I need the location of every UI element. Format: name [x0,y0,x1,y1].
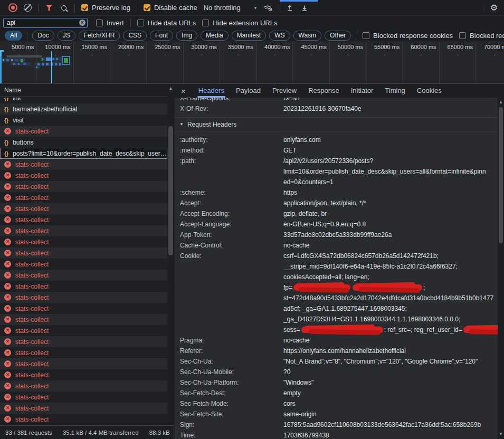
type-pill-media[interactable]: Media [201,31,229,41]
filter-input[interactable] [3,18,88,28]
export-har-button[interactable] [299,2,310,14]
details-scrollbar[interactable]: ▲ ▼ [498,98,504,439]
request-name: stats-collect [15,283,49,290]
request-row[interactable]: ✕stats-collect [0,159,167,170]
type-pill-all[interactable]: All [5,31,22,41]
filter-button[interactable] [43,2,55,14]
type-pill-js[interactable]: JS [58,31,75,41]
request-row[interactable]: ✕stats-collect [0,236,167,247]
clear-network-log-button[interactable] [22,2,33,14]
request-row[interactable]: ✕stats-collect [0,192,167,203]
timeline-subtick-dot [421,54,422,55]
search-button[interactable] [58,2,70,14]
timeline-tick-label: 45000 ms [292,44,326,51]
tab-initiator[interactable]: Initiator [351,84,374,98]
requests-scrollbar-thumb[interactable] [168,126,173,255]
request-name: stats-collect [15,305,49,312]
request-row[interactable]: {}hannahelizabethofficial [0,103,167,114]
scroll-down-icon[interactable]: ▼ [498,431,504,438]
request-row[interactable]: ✕stats-collect [0,414,167,425]
type-pill-img[interactable]: Img [176,31,197,41]
request-row[interactable]: ✕stats-collect [0,126,167,137]
type-pill-manifest[interactable]: Manifest [232,31,266,41]
tab-cookies[interactable]: Cookies [417,84,442,98]
tab-payload[interactable]: Payload [236,84,261,98]
request-row[interactable]: ✕stats-collect [0,247,167,259]
network-conditions-button[interactable] [262,2,274,14]
request-row[interactable]: ✕stats-collect [0,259,167,270]
hide-extension-urls-checkbox[interactable]: Hide extension URLs [202,19,277,27]
import-har-button[interactable] [284,2,296,14]
request-row[interactable]: ✕stats-collect [0,369,167,380]
request-row[interactable]: {}visit [0,114,167,126]
request-headers-section-header[interactable]: ▼Request Headers [175,117,498,131]
clear-input-icon[interactable]: × [79,20,85,26]
request-row[interactable]: ✕stats-collect [0,336,167,347]
request-row[interactable]: ✕stats-collect [0,281,167,292]
type-pill-css[interactable]: CSS [123,31,147,41]
header-value-text: 33d57ade8c02dbc5a333db99ff9ae26a [283,231,392,238]
type-pill-other[interactable]: Other [325,31,351,41]
tab-preview[interactable]: Preview [272,84,297,98]
hide-data-urls-checkbox[interactable]: Hide data URLs [137,19,196,27]
request-row[interactable]: ✕stats-collect [0,214,167,225]
close-icon[interactable]: × [181,87,186,95]
header-value-text: 1703636799438 [283,432,329,439]
type-pill-wasm[interactable]: Wasm [293,31,322,41]
name-column-header[interactable]: Name [0,84,174,97]
tab-headers[interactable]: Headers [198,84,224,98]
request-row[interactable]: ✕stats-collect [0,170,167,181]
preserve-log-label: Preserve log [92,4,130,12]
header-value: csrf=LdfcGX4Sa72db06824c657db26a5d142472… [283,251,498,335]
hide-data-urls-label: Hide data URLs [148,19,196,27]
request-row[interactable]: ✕stats-collect [0,303,167,314]
request-row[interactable]: ✕stats-collect [0,181,167,192]
requests-scrollbar[interactable]: ▲ [167,84,174,425]
request-row[interactable]: ✕stats-collect [0,347,167,358]
divider [483,4,483,12]
invert-checkbox[interactable]: Invert [96,19,124,27]
scroll-up-icon[interactable]: ▲ [167,85,174,92]
request-row[interactable]: ✕stats-collect [0,403,167,414]
request-row[interactable]: {}init [0,98,167,103]
tab-timing[interactable]: Timing [385,84,405,98]
request-row[interactable]: ✕stats-collect [0,380,167,392]
request-row[interactable]: ✕stats-collect [0,225,167,236]
type-pill-doc[interactable]: Doc [32,31,54,41]
header-value-text: ; ref_src=; reg_ref_user_id= [384,326,462,333]
request-row[interactable]: ✕stats-collect [0,392,167,403]
request-row[interactable]: ✕stats-collect [0,203,167,214]
header-value-line: empty [283,388,498,398]
overview-left-handle[interactable] [0,51,2,83]
blocked-response-cookies-checkbox[interactable]: Blocked response cookies [363,32,453,40]
request-row[interactable]: ✕stats-collect [0,314,167,325]
type-checkboxes: Blocked response cookiesBlocked requests… [359,32,504,40]
blocked-requests-checkbox[interactable]: Blocked requests [459,32,504,40]
request-name: stats-collect [15,338,49,346]
type-pill-fetch-xhr[interactable]: Fetch/XHR [79,31,120,41]
request-row[interactable]: ✕stats-collect [0,325,167,336]
status-item: 88.3 kB [144,430,175,436]
request-row[interactable]: {}buttons [0,137,167,148]
request-row[interactable]: ✕stats-collect [0,270,167,281]
timeline-subtick-dot [55,54,56,55]
header-row: Sec-Ch-Ua:"Not_A Brand";v="8", "Chromium… [175,356,498,367]
preserve-log-checkbox[interactable]: Preserve log [81,4,130,12]
network-overview-timeline[interactable]: 5000 ms10000 ms15000 ms20000 ms25000 ms3… [0,42,504,84]
scroll-up-icon[interactable]: ▲ [498,99,504,106]
request-row[interactable]: {}posts?limit=10&order=publish_date_desc… [0,148,167,159]
header-name: Sec-Fetch-Mode: [175,398,283,409]
settings-button[interactable]: ⚙ [488,2,500,14]
throttling-dropdown[interactable]: No throttling ▾ [204,4,257,12]
type-pill-font[interactable]: Font [150,31,173,41]
timeline-tick-label: 40000 ms [256,44,290,51]
request-row[interactable]: ✕stats-collect [0,358,167,369]
request-row[interactable]: ✕stats-collect [0,292,167,303]
checkbox-checked-icon [144,4,150,11]
tab-response[interactable]: Response [308,84,339,98]
disable-cache-checkbox[interactable]: Disable cache [144,4,197,12]
record-network-log-button[interactable] [7,2,18,14]
type-pill-ws[interactable]: WS [269,31,290,41]
header-value-line: ed=0&counters=1 [283,177,498,187]
details-scrollbar-thumb[interactable] [499,107,503,243]
